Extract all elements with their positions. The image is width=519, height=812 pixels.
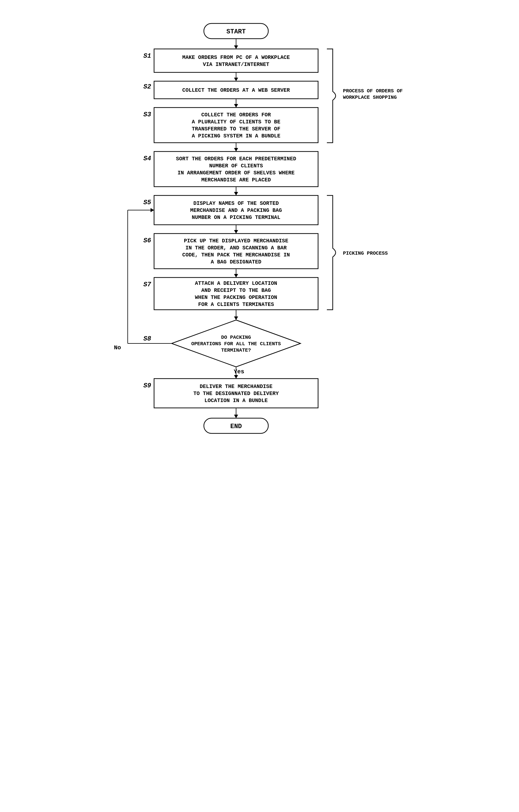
svg-text:SORT THE ORDERS FOR EACH PREDE: SORT THE ORDERS FOR EACH PREDETERMINED xyxy=(176,156,297,162)
svg-text:S2: S2 xyxy=(144,83,151,91)
svg-text:MERCHANDISE ARE PLACED: MERCHANDISE ARE PLACED xyxy=(201,177,271,183)
svg-text:VIA INTRANET/INTERNET: VIA INTRANET/INTERNET xyxy=(203,61,270,67)
svg-text:PROCESS OF ORDERS OF: PROCESS OF ORDERS OF xyxy=(343,88,403,94)
svg-text:MERCHANDISE AND A PACKING BAG: MERCHANDISE AND A PACKING BAG xyxy=(190,207,282,213)
svg-marker-3 xyxy=(234,46,238,49)
svg-text:DO PACKING: DO PACKING xyxy=(221,335,251,340)
svg-text:DISPLAY NAMES OF THE SORTED: DISPLAY NAMES OF THE SORTED xyxy=(193,200,279,206)
svg-text:NUMBER OF CLIENTS: NUMBER OF CLIENTS xyxy=(209,163,263,169)
svg-marker-14 xyxy=(234,104,238,108)
svg-marker-47 xyxy=(234,274,238,278)
svg-marker-32 xyxy=(234,192,238,196)
svg-text:START: START xyxy=(226,28,246,35)
svg-text:Yes: Yes xyxy=(234,368,244,375)
flowchart-container: STARTS1MAKE ORDERS FROM PC OF A WORKPLAC… xyxy=(84,12,435,445)
svg-text:S1: S1 xyxy=(144,53,151,60)
svg-text:No: No xyxy=(114,344,121,351)
svg-text:S4: S4 xyxy=(144,155,151,162)
svg-text:A PICKING SYSTEM IN A BUNDLE: A PICKING SYSTEM IN A BUNDLE xyxy=(192,133,281,139)
svg-text:COLLECT THE ORDERS AT A WEB SE: COLLECT THE ORDERS AT A WEB SERVER xyxy=(182,87,290,93)
svg-marker-39 xyxy=(234,230,238,234)
svg-text:COLLECT THE ORDERS FOR: COLLECT THE ORDERS FOR xyxy=(201,112,271,118)
svg-text:ATTACH A DELIVERY LOCATION: ATTACH A DELIVERY LOCATION xyxy=(195,281,277,286)
svg-text:CODE, THEN PACK THE MERCHANDIS: CODE, THEN PACK THE MERCHANDISE IN xyxy=(182,252,290,258)
svg-text:END: END xyxy=(230,423,242,430)
svg-marker-9 xyxy=(234,78,238,81)
svg-marker-55 xyxy=(234,317,238,320)
svg-marker-64 xyxy=(151,208,154,212)
svg-text:DELIVER THE MERCHANDISE: DELIVER THE MERCHANDISE xyxy=(200,384,273,389)
svg-text:FOR A CLIENTS TERMINATES: FOR A CLIENTS TERMINATES xyxy=(198,301,274,308)
svg-text:PICK UP THE DISPLAYED MERCHAND: PICK UP THE DISPLAYED MERCHANDISE xyxy=(184,238,288,244)
svg-rect-5 xyxy=(154,49,318,72)
svg-text:TERMINATE?: TERMINATE? xyxy=(221,348,251,353)
svg-text:LOCATION IN A BUNDLE: LOCATION IN A BUNDLE xyxy=(205,398,268,404)
svg-text:WORKPLACE SHOPPING: WORKPLACE SHOPPING xyxy=(343,95,397,100)
svg-text:A PLURALITY OF CLIENTS TO BE: A PLURALITY OF CLIENTS TO BE xyxy=(192,119,281,125)
svg-text:PICKING PROCESS: PICKING PROCESS xyxy=(343,251,388,256)
svg-text:S7: S7 xyxy=(144,281,151,288)
svg-text:A BAG DESIGNATED: A BAG DESIGNATED xyxy=(211,259,262,265)
svg-text:S5: S5 xyxy=(144,199,151,206)
svg-text:MAKE ORDERS FROM PC OF A WORKP: MAKE ORDERS FROM PC OF A WORKPLACE xyxy=(182,55,290,60)
svg-text:WHEN THE PACKING OPERATION: WHEN THE PACKING OPERATION xyxy=(195,294,277,300)
svg-text:IN THE ORDER, AND SCANNING A B: IN THE ORDER, AND SCANNING A BAR xyxy=(185,245,287,251)
svg-text:TRANSFERRED TO THE SERVER OF: TRANSFERRED TO THE SERVER OF xyxy=(192,126,280,132)
svg-text:IN ARRANGEMENT ORDER OF SHELVE: IN ARRANGEMENT ORDER OF SHELVES WHERE xyxy=(178,170,295,176)
svg-text:S3: S3 xyxy=(144,111,151,118)
svg-text:TO THE DESIGNNATED DELIVERY: TO THE DESIGNNATED DELIVERY xyxy=(193,390,279,397)
svg-text:AND RECEIPT TO THE BAG: AND RECEIPT TO THE BAG xyxy=(201,287,271,293)
svg-marker-69 xyxy=(234,375,238,379)
svg-text:S6: S6 xyxy=(144,237,151,244)
svg-marker-24 xyxy=(234,148,238,151)
svg-text:NUMBER ON A PICKING TERMINAL: NUMBER ON A PICKING TERMINAL xyxy=(192,214,280,220)
svg-text:OPERATIONS FOR ALL THE CLIENTS: OPERATIONS FOR ALL THE CLIENTS xyxy=(191,341,281,347)
svg-text:S9: S9 xyxy=(144,382,151,389)
svg-text:S8: S8 xyxy=(144,335,151,343)
svg-marker-76 xyxy=(234,415,238,418)
